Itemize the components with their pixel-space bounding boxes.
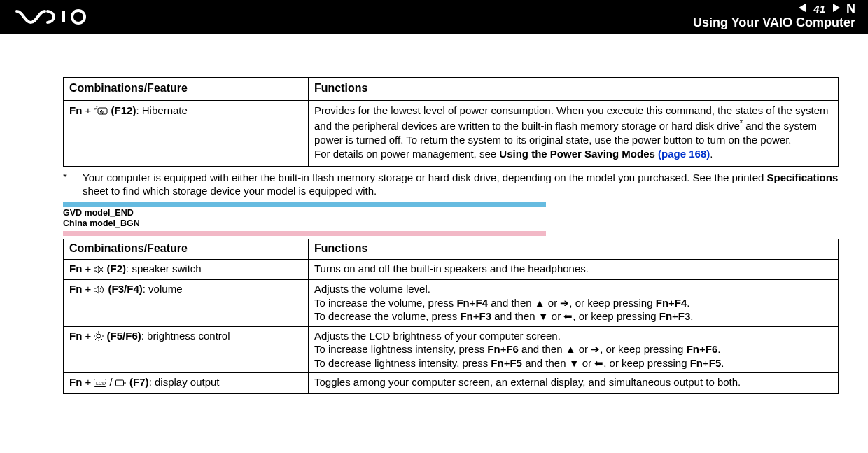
table-row: Fn + (F3/F4): volume Adjusts the volume … (64, 280, 839, 327)
model-labels: GVD model_END China model_BGN (63, 208, 839, 230)
col-header-left: Combinations/Feature (64, 78, 309, 101)
cell-right: Toggles among your computer screen, an e… (309, 373, 839, 394)
col-header-left: Combinations/Feature (64, 239, 309, 259)
svg-marker-2 (799, 4, 806, 12)
svg-marker-10 (94, 286, 99, 293)
svg-line-17 (102, 338, 103, 340)
page-link[interactable]: (page 168) (658, 148, 710, 160)
model-bgn: China model_BGN (63, 218, 839, 230)
arrow-right-icon: ➔ (560, 297, 569, 309)
arrow-left-icon[interactable] (798, 3, 808, 15)
cell-right: Adjusts the volume level. To increase th… (309, 280, 839, 327)
cell-left: Fn + (F3/F4): volume (64, 280, 309, 327)
svg-line-16 (95, 333, 97, 334)
nav-arrows: 41 N (798, 1, 855, 16)
cell-left: Fn + (F2): speaker switch (64, 259, 309, 280)
arrow-up-icon: ▲ (566, 343, 576, 355)
fn-table-2: Combinations/Feature Functions Fn + (F2)… (63, 239, 839, 394)
cell-right: Turns on and off the built-in speakers a… (309, 259, 839, 280)
svg-text:z: z (96, 106, 98, 109)
svg-marker-7 (94, 266, 99, 273)
fn-label: Fn (69, 104, 82, 116)
col-header-right: Functions (309, 239, 839, 259)
svg-line-19 (102, 333, 103, 334)
arrow-down-icon: ▼ (538, 310, 549, 322)
cell-left: Fn + LCD / (F7): display output (64, 373, 309, 394)
footnote-text: Your computer is equipped with either th… (83, 171, 839, 198)
svg-point-1 (72, 11, 85, 23)
arrow-left-icon: ⬅ (564, 310, 573, 322)
svg-marker-3 (833, 4, 840, 12)
model-end: GVD model_END (63, 208, 839, 219)
table-row: Fn + zz (F12): Hibernate Provides for th… (64, 100, 839, 166)
svg-line-18 (95, 338, 97, 340)
footnote: * Your computer is equipped with either … (63, 171, 839, 198)
content-area: Combinations/Feature Functions Fn + zz (… (0, 77, 868, 401)
blue-bar (63, 202, 546, 207)
cell-left: Fn + zz (F12): Hibernate (64, 100, 309, 166)
col-header-right: Functions (309, 78, 839, 101)
mute-icon (94, 263, 104, 277)
arrow-right-icon[interactable] (831, 3, 841, 15)
cell-right: Provides for the lowest level of power c… (309, 100, 839, 166)
fn-table-1: Combinations/Feature Functions Fn + zz (… (63, 77, 839, 167)
cell-left: Fn + (F5/F6): brightness control (64, 326, 309, 373)
pink-bar (63, 231, 546, 236)
nav-n-icon: N (846, 1, 855, 16)
svg-point-11 (97, 334, 101, 338)
svg-rect-6 (98, 108, 107, 114)
svg-rect-0 (62, 11, 65, 22)
arrow-right-icon: ➔ (591, 343, 600, 355)
page-title: Using Your VAIO Computer (693, 15, 855, 30)
hibernate-icon: zz (94, 105, 108, 119)
display-icon (115, 377, 127, 391)
cell-right: Adjusts the LCD brightness of your compu… (309, 326, 839, 373)
arrow-down-icon: ▼ (569, 357, 580, 369)
arrow-left-icon: ⬅ (594, 357, 603, 369)
arrow-up-icon: ▲ (535, 297, 545, 309)
volume-icon (94, 284, 105, 298)
vaio-logo (15, 7, 99, 27)
svg-rect-22 (115, 380, 123, 386)
page-number: 41 (812, 3, 827, 15)
page-header: 41 N Using Your VAIO Computer (0, 0, 868, 34)
svg-text:LCD: LCD (96, 381, 106, 386)
table-row: Fn + (F5/F6): brightness control Adjusts… (64, 326, 839, 373)
lcd-icon: LCD (94, 377, 106, 391)
brightness-icon (94, 330, 104, 344)
table-row: Fn + LCD / (F7): display output Toggles … (64, 373, 839, 394)
footnote-ast: * (63, 171, 83, 198)
table-row: Fn + (F2): speaker switch Turns on and o… (64, 259, 839, 280)
